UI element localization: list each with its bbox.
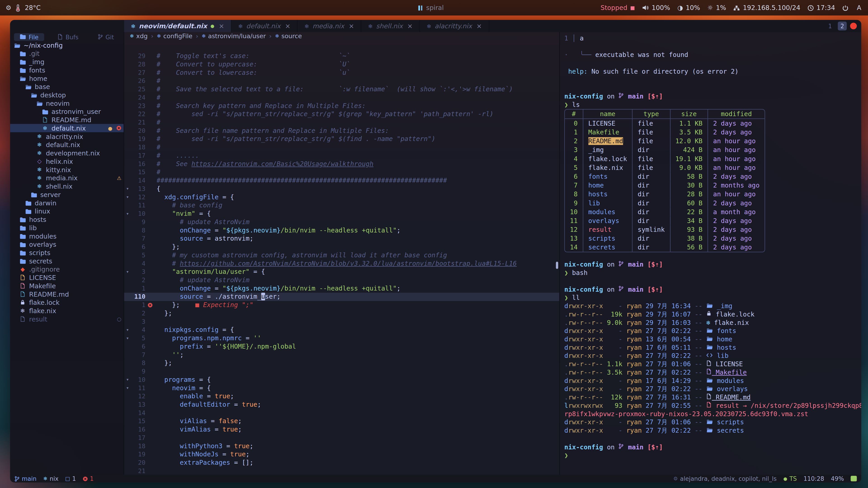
buffer-tab[interactable]: ❄shell.nix× (362, 20, 420, 32)
code-area[interactable]: 29# Toggle text's case: `~`28# Convert t… (124, 52, 559, 475)
tree-item[interactable]: darwin (10, 199, 124, 207)
settings-gear-icon[interactable]: ⚙ (6, 4, 11, 11)
fold-arrow-icon[interactable]: ▾ (124, 268, 131, 276)
tree-item[interactable]: modules (10, 232, 124, 240)
thermometer-icon (16, 4, 20, 11)
breadcrumb-item[interactable]: ❄xdg (130, 32, 148, 39)
volume-value: 100% (652, 4, 670, 11)
scrollbar-marker[interactable] (556, 262, 558, 269)
tree-item[interactable]: lib (10, 223, 124, 232)
tree-item[interactable]: secrets (10, 257, 124, 265)
tree-item[interactable]: scripts (10, 249, 124, 257)
tree-item[interactable]: README.md (10, 290, 124, 298)
buffer-tab[interactable]: ❄alacritty.nix× (420, 20, 489, 32)
tree-item[interactable]: ◇helix.nix (10, 157, 124, 166)
code-line: 6 prefix = ''${HOME}/.npm-global (124, 343, 559, 351)
tree-item[interactable]: ❄default.nix (10, 140, 124, 149)
line-number: 9 (131, 218, 145, 226)
tree-item[interactable]: _img (10, 58, 124, 66)
power-icon[interactable] (842, 5, 848, 11)
diagnostics-segment[interactable]: 1 (83, 475, 94, 482)
close-icon[interactable]: × (476, 22, 482, 30)
breadcrumb-item[interactable]: ❄astronvim/lua/user (202, 32, 266, 39)
tree-item[interactable]: .git (10, 49, 124, 58)
tree-item[interactable]: ❄media.nix⚠ (10, 174, 124, 182)
tree-item[interactable]: server (10, 190, 124, 199)
buffer-tab[interactable]: ❄default.nix× (231, 20, 298, 32)
tree-item[interactable]: ❄flake.nix (10, 306, 124, 315)
nix-file-icon: ❄ (427, 23, 431, 29)
close-icon[interactable]: × (285, 22, 290, 30)
tree-item[interactable]: ❄alacritty.nix (10, 132, 124, 140)
fold-arrow-icon[interactable]: ▾ (124, 334, 131, 343)
code-editor[interactable]: ❄xdg›❄configFile›❄astronvim/lua/user›❄so… (124, 32, 559, 475)
tree-item[interactable]: ❄kitty.nix (10, 165, 124, 174)
speaker-icon (642, 5, 649, 10)
tree-item[interactable]: Makefile (10, 282, 124, 290)
line-number: 21 (131, 119, 145, 127)
clock-module[interactable]: 17:34 (808, 4, 835, 11)
tree-item[interactable]: flake.lock (10, 298, 124, 306)
terminal-line: .rw-r--r-- 1.1k ryan 27 7月 01:06 -- LICE… (564, 360, 861, 368)
terminal-pane[interactable]: 1 │ a · ╰── executable was not found hel… (559, 32, 861, 475)
buffer-tab[interactable]: ❄media.nix× (298, 20, 362, 32)
tree-item[interactable]: desktop (10, 91, 124, 99)
tree-item[interactable]: ◆.gitignore (10, 265, 124, 273)
ls-table-row: 0LICENSEfile1.1 KB2 days ago (565, 119, 765, 128)
tree-item-label: base (35, 83, 50, 90)
breadcrumb-item[interactable]: ❄source (275, 32, 302, 39)
brightness-value: 1% (716, 4, 726, 11)
tree-item[interactable]: README.md (10, 116, 124, 124)
tree-item[interactable]: astronvim_user (10, 107, 124, 116)
tree-item[interactable]: linux (10, 207, 124, 215)
fold-arrow-icon[interactable]: ▾ (124, 326, 131, 334)
ls-table-row: 9libdir60 B2 days ago (565, 199, 765, 207)
line-number: 2 (131, 276, 145, 285)
close-icon[interactable]: × (407, 22, 413, 30)
buffer-tab[interactable]: ❄neovim/default.nix●× (124, 20, 231, 32)
fold-arrow-icon[interactable]: ▾ (124, 193, 131, 201)
nix-icon: ❄ (130, 33, 134, 39)
file-tree[interactable]: ~/nix-config.git_imgfontshomebasedesktop… (10, 40, 124, 475)
line-number: 13 (131, 400, 145, 409)
buffer-tab-label: shell.nix (376, 22, 403, 30)
nix-file-icon: ❄ (131, 23, 135, 29)
keyboard-layout[interactable]: A (856, 4, 862, 11)
tree-item[interactable]: ❄default.nix● (10, 124, 124, 132)
mic-module[interactable]: ◑ 10% (677, 4, 700, 11)
tree-item[interactable]: home (10, 74, 124, 83)
tree-item[interactable]: LICENSE (10, 273, 124, 282)
brightness-module[interactable]: ☼ 1% (707, 4, 726, 11)
volume-module[interactable]: 100% (642, 4, 670, 11)
folder-icon (25, 200, 32, 205)
tree-item[interactable]: neovim (10, 99, 124, 107)
line-number: 10 (131, 376, 145, 384)
code-line: 17# ...... (124, 152, 559, 160)
terminal-pre: 1 │ a · ╰── executable was not found hel… (564, 34, 861, 109)
tree-item[interactable]: ❄development.nix (10, 149, 124, 157)
tree-item[interactable]: fonts (10, 66, 124, 74)
tree-item[interactable]: ~/nix-config (10, 41, 124, 49)
tree-item[interactable]: base (10, 83, 124, 91)
tabpage-indicator[interactable]: 2 (838, 22, 847, 31)
player-status-module[interactable]: Stopped ■ (600, 4, 635, 11)
fold-arrow-icon[interactable]: ▾ (124, 210, 131, 218)
tree-item[interactable]: hosts (10, 215, 124, 224)
fold-arrow-icon[interactable]: ▾ (124, 185, 131, 193)
tree-item[interactable]: overlays (10, 240, 124, 249)
tree-item[interactable]: ❄shell.nix (10, 182, 124, 191)
window-close-button[interactable] (850, 23, 857, 29)
close-icon[interactable]: × (219, 22, 224, 30)
tabpage-indicator[interactable]: 1 (826, 22, 835, 31)
close-icon[interactable]: × (349, 22, 354, 30)
tree-item-label: flake.nix (29, 307, 56, 315)
code-line: 8 }; (124, 359, 559, 367)
network-module[interactable]: 192.168.5.100/24 (733, 4, 800, 11)
fold-arrow-icon[interactable]: ▾ (124, 376, 131, 384)
fold-arrow-icon[interactable]: ▾ (124, 384, 131, 392)
breadcrumb-item[interactable]: ❄configFile (157, 32, 192, 39)
tree-item[interactable]: result○ (10, 315, 124, 323)
terminal-line: drwxr-xr-x - ryan 27 7月 02:22 -- lib (564, 352, 861, 360)
media-player-module[interactable]: spiral (418, 4, 444, 11)
breadcrumb: ❄xdg›❄configFile›❄astronvim/lua/user›❄so… (124, 32, 559, 40)
